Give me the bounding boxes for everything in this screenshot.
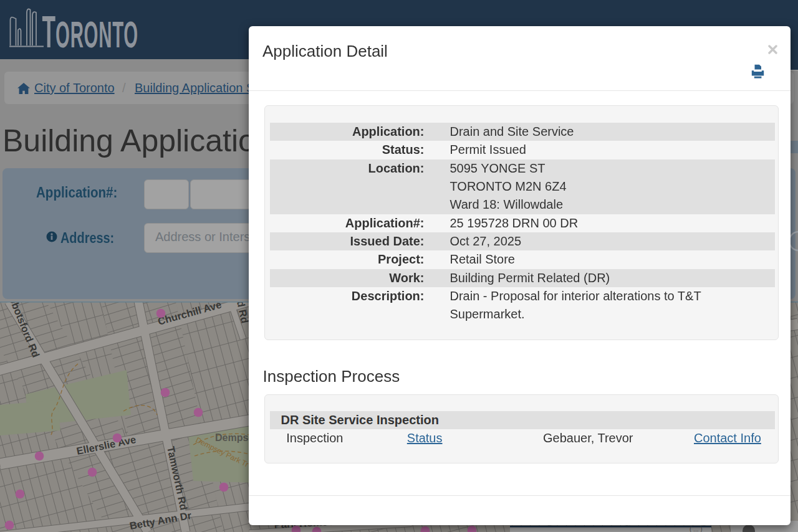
svg-text:( ... ): ( ... )	[690, 526, 703, 532]
svg-text:T: T	[42, 7, 56, 57]
svg-text:ORONTO: ORONTO	[55, 13, 138, 55]
